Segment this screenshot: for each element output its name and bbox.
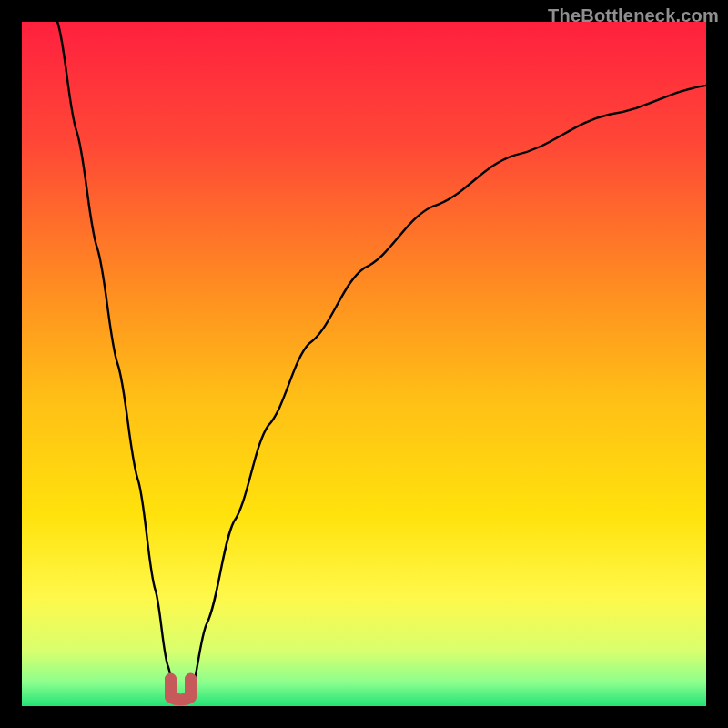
curve-right-branch <box>189 86 706 700</box>
bottleneck-curve <box>22 22 706 706</box>
chart-frame: TheBottleneck.com <box>0 0 728 728</box>
curve-left-branch <box>57 22 176 700</box>
minimum-marker <box>171 679 191 700</box>
watermark-text: TheBottleneck.com <box>548 5 719 26</box>
